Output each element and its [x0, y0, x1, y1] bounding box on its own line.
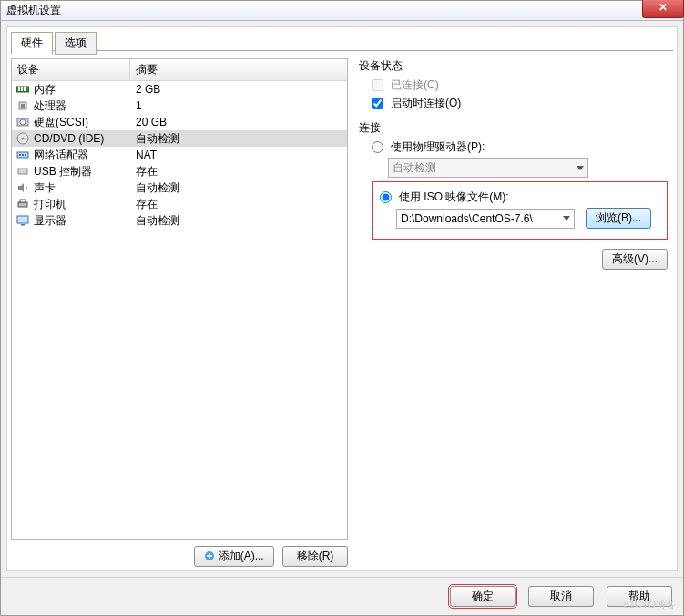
- titlebar: 虚拟机设置 ✕: [1, 1, 683, 21]
- row-display[interactable]: 显示器 自动检测: [12, 212, 347, 229]
- iso-highlight-box: 使用 ISO 映像文件(M): D:\Downloads\CentOS-7.6\…: [372, 181, 668, 240]
- svg-point-9: [22, 138, 25, 140]
- status-title: 设备状态: [359, 58, 668, 74]
- svg-rect-14: [18, 169, 27, 174]
- svg-point-7: [20, 119, 26, 125]
- svg-rect-19: [21, 224, 25, 226]
- connected-label: 已连接(C): [391, 77, 439, 93]
- svg-rect-18: [17, 216, 28, 223]
- connect-on-power-label: 启动时连接(O): [391, 96, 461, 111]
- content-area: 硬件 选项 设备 摘要 内存 2 GB 处理器: [6, 26, 678, 571]
- svg-rect-12: [22, 154, 24, 156]
- tab-hardware[interactable]: 硬件: [11, 32, 53, 55]
- cancel-button[interactable]: 取消: [528, 586, 594, 607]
- window-title: 虚拟机设置: [6, 4, 61, 16]
- device-list: 设备 摘要 内存 2 GB 处理器 1 硬盘: [11, 58, 348, 540]
- left-column: 设备 摘要 内存 2 GB 处理器 1 硬盘: [11, 58, 348, 567]
- advanced-button[interactable]: 高级(V)...: [602, 249, 668, 270]
- col-summary: 摘要: [130, 59, 347, 80]
- cell-name: 声卡: [34, 180, 136, 196]
- chevron-down-icon: [577, 166, 584, 170]
- tab-strip: 硬件 选项: [11, 31, 673, 51]
- row-sound[interactable]: 声卡 自动检测: [12, 180, 347, 196]
- add-button[interactable]: 添加(A)...: [194, 546, 273, 567]
- svg-rect-5: [21, 104, 25, 108]
- connected-checkbox: [372, 79, 383, 91]
- tab-options[interactable]: 选项: [55, 32, 97, 55]
- svg-rect-2: [21, 87, 23, 91]
- disk-icon: [15, 116, 30, 128]
- cell-name: 内存: [34, 82, 136, 98]
- row-cddvd[interactable]: CD/DVD (IDE) 自动检测: [12, 130, 347, 147]
- row-network[interactable]: 网络适配器 NAT: [12, 147, 347, 163]
- sound-icon: [15, 181, 30, 194]
- row-disk[interactable]: 硬盘(SCSI) 20 GB: [12, 114, 347, 130]
- network-icon: [15, 149, 30, 161]
- row-printer[interactable]: 打印机 存在: [12, 196, 347, 212]
- cell-summary: 自动检测: [136, 180, 343, 196]
- vm-settings-window: 虚拟机设置 ✕ 硬件 选项 设备 摘要 内存 2 GB: [0, 0, 684, 616]
- svg-rect-3: [24, 87, 26, 91]
- close-button[interactable]: ✕: [642, 0, 684, 18]
- svg-rect-13: [25, 154, 26, 156]
- col-device: 设备: [12, 59, 130, 80]
- ok-button[interactable]: 确定: [450, 586, 516, 607]
- row-cpu[interactable]: 处理器 1: [12, 98, 347, 114]
- cell-summary: 自动检测: [136, 213, 343, 229]
- cell-summary: NAT: [136, 149, 343, 161]
- display-icon: [15, 214, 30, 227]
- chevron-down-icon[interactable]: [563, 216, 570, 221]
- right-column: 设备状态 已连接(C) 启动时连接(O) 连接 使用物理驱动器(P): 自动检测: [357, 58, 673, 567]
- iso-radio[interactable]: [380, 191, 392, 203]
- row-usb[interactable]: USB 控制器 存在: [12, 163, 347, 180]
- connect-on-power-checkbox[interactable]: [372, 98, 383, 109]
- physical-label: 使用物理驱动器(P):: [391, 139, 485, 155]
- cell-name: 网络适配器: [34, 148, 136, 163]
- svg-rect-17: [20, 200, 26, 202]
- cell-summary: 2 GB: [136, 83, 343, 96]
- svg-rect-16: [18, 202, 27, 207]
- memory-icon: [15, 83, 30, 96]
- cell-name: 打印机: [34, 197, 136, 212]
- cd-icon: [15, 132, 30, 145]
- iso-label: 使用 ISO 映像文件(M):: [399, 190, 509, 205]
- cell-name: 处理器: [34, 98, 136, 114]
- svg-rect-11: [19, 154, 21, 156]
- printer-icon: [15, 198, 30, 210]
- cell-summary: 1: [136, 99, 343, 112]
- browse-button[interactable]: 浏览(B)...: [586, 208, 651, 229]
- iso-path-combo[interactable]: D:\Downloads\CentOS-7.6\: [396, 209, 575, 229]
- device-list-header: 设备 摘要: [12, 59, 347, 81]
- usb-icon: [15, 165, 30, 178]
- connection-title: 连接: [359, 120, 668, 136]
- cell-summary: 存在: [136, 197, 343, 212]
- cpu-icon: [15, 99, 30, 112]
- cell-summary: 存在: [136, 164, 343, 180]
- physical-value: 自动检测: [393, 160, 436, 176]
- remove-button[interactable]: 移除(R): [282, 546, 348, 567]
- add-label: 添加(A)...: [219, 549, 264, 562]
- cell-name: 显示器: [34, 213, 136, 229]
- iso-path-value: D:\Downloads\CentOS-7.6\: [401, 212, 533, 225]
- group-connection: 连接 使用物理驱动器(P): 自动检测 使用 ISO 映像文件(M):: [359, 120, 668, 240]
- cell-summary: 自动检测: [136, 131, 343, 147]
- left-button-row: 添加(A)... 移除(R): [11, 540, 348, 567]
- physical-select: 自动检测: [388, 158, 588, 178]
- cell-name: USB 控制器: [34, 164, 136, 180]
- svg-rect-1: [18, 87, 20, 91]
- cell-name: 硬盘(SCSI): [34, 115, 136, 130]
- group-status: 设备状态 已连接(C) 启动时连接(O): [359, 58, 668, 111]
- watermark: 51CTO博客: [624, 598, 676, 611]
- tab-body: 设备 摘要 内存 2 GB 处理器 1 硬盘: [11, 51, 673, 567]
- footer: 确定 取消 帮助: [1, 577, 683, 615]
- row-memory[interactable]: 内存 2 GB: [12, 81, 347, 98]
- svg-marker-15: [18, 183, 24, 192]
- cell-name: CD/DVD (IDE): [34, 132, 136, 145]
- cell-summary: 20 GB: [136, 116, 343, 128]
- physical-radio[interactable]: [372, 141, 383, 153]
